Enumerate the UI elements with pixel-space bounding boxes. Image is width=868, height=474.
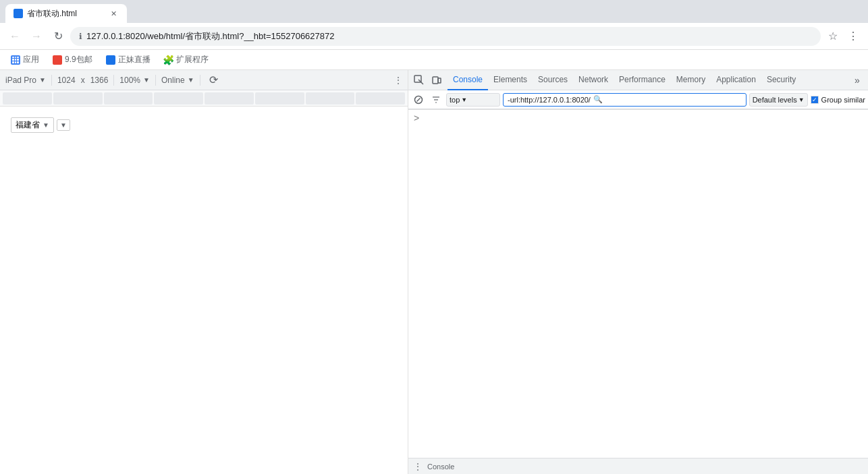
bookmark-mail[interactable]: 9.9包邮 xyxy=(47,53,98,67)
ruler-item-4 xyxy=(154,92,203,105)
chrome-menu-button[interactable]: ⋮ xyxy=(844,27,863,46)
more-tabs-button[interactable]: » xyxy=(849,72,865,88)
bookmark-apps-label: 应用 xyxy=(23,54,39,65)
bookmark-doc[interactable]: 正妹直播 xyxy=(101,53,156,67)
tab-bar: 省市联动.html ✕ xyxy=(0,0,868,23)
tab-console-label: Console xyxy=(453,75,483,84)
tab-security[interactable]: Security xyxy=(761,70,801,90)
bookmark-ext-label: 扩展程序 xyxy=(176,54,209,65)
device-height: 1366 xyxy=(90,76,109,85)
province-dropdown[interactable]: 福建省 ▼ xyxy=(11,117,54,133)
tab-memory-label: Memory xyxy=(676,75,705,84)
tab-ruler xyxy=(0,90,408,107)
context-selector[interactable]: top ▼ xyxy=(446,93,500,107)
context-value: top xyxy=(450,96,460,104)
mail-icon xyxy=(53,55,62,65)
tab-application[interactable]: Application xyxy=(711,70,761,90)
city-dropdown[interactable]: ▼ xyxy=(57,119,70,131)
bookmark-doc-label: 正妹直播 xyxy=(118,54,151,65)
prompt-arrow-icon: > xyxy=(414,113,419,123)
group-similar-label: Group similar xyxy=(821,96,865,104)
toolbar-separator-2 xyxy=(113,75,114,86)
device-network-label: Online xyxy=(161,76,185,85)
ruler-item-5 xyxy=(205,92,254,105)
main-area: iPad Pro ▼ 1024 x 1366 100% ▼ Online ▼ xyxy=(0,70,868,474)
console-filter-input[interactable]: -url:http://127.0.0.1:8020/ 🔍 xyxy=(503,93,747,107)
device-x-label: x xyxy=(81,76,85,85)
device-network-selector[interactable]: Online ▼ xyxy=(161,76,194,85)
bottom-dots-button[interactable]: ⋮ xyxy=(414,462,422,471)
filter-search-icon: 🔍 xyxy=(593,95,603,104)
tab-sources-label: Sources xyxy=(538,75,568,84)
ruler-item-6 xyxy=(255,92,304,105)
bottom-console-label: Console xyxy=(427,463,454,471)
tab-elements[interactable]: Elements xyxy=(488,70,533,90)
tab-memory[interactable]: Memory xyxy=(671,70,711,90)
device-mode-button[interactable] xyxy=(429,72,445,88)
tab-application-label: Application xyxy=(716,75,756,84)
filter-value: -url:http://127.0.0.1:8020/ xyxy=(508,96,591,104)
devtools-left-icons xyxy=(411,72,445,88)
reload-button[interactable]: ↻ xyxy=(49,27,67,46)
doc-icon xyxy=(106,55,115,65)
devtools-more-tabs[interactable]: » xyxy=(849,72,865,88)
device-zoom-selector[interactable]: 100% ▼ xyxy=(119,76,150,85)
device-width: 1024 xyxy=(57,76,76,85)
tab-close-button[interactable]: ✕ xyxy=(108,8,119,19)
inspect-element-button[interactable] xyxy=(411,72,427,88)
address-bar[interactable]: ℹ 127.0.0.1:8020/web/html/省市联动.html?__hb… xyxy=(70,27,821,46)
ruler-item-8 xyxy=(356,92,405,105)
browser-window: 省市联动.html ✕ ← → ↻ ℹ 127.0.0.1:8020/web/h… xyxy=(0,0,868,474)
tab-network-label: Network xyxy=(578,75,608,84)
clear-console-button[interactable] xyxy=(411,92,426,107)
levels-selector[interactable]: Default levels ▼ xyxy=(749,93,808,107)
group-similar-option[interactable]: ✓ Group similar xyxy=(811,96,865,104)
svg-rect-3 xyxy=(438,78,441,83)
tab-elements-label: Elements xyxy=(493,75,527,84)
tab-network[interactable]: Network xyxy=(573,70,614,90)
device-zoom-label: 100% xyxy=(119,76,140,85)
ext-icon: 🧩 xyxy=(164,55,173,65)
ruler-item-1 xyxy=(3,92,52,105)
device-toolbar-more[interactable]: ⋮ xyxy=(394,76,402,85)
tab-sources[interactable]: Sources xyxy=(533,70,573,90)
browser-tab[interactable]: 省市联动.html ✕ xyxy=(5,4,127,23)
security-icon: ℹ xyxy=(79,32,82,41)
bookmark-button[interactable]: ☆ xyxy=(823,27,842,46)
apps-icon xyxy=(11,55,20,65)
group-similar-checkbox[interactable]: ✓ xyxy=(811,96,819,104)
province-select-group: 福建省 ▼ ▼ xyxy=(11,117,70,133)
context-chevron-icon: ▼ xyxy=(461,96,467,103)
filter-toggle-button[interactable] xyxy=(429,92,443,107)
device-name-selector[interactable]: iPad Pro ▼ xyxy=(5,76,46,85)
back-button[interactable]: ← xyxy=(5,27,24,46)
bookmark-mail-label: 9.9包邮 xyxy=(65,54,92,65)
device-name-label: iPad Pro xyxy=(5,76,36,85)
console-prompt-line[interactable]: > xyxy=(408,109,868,126)
levels-chevron-icon: ▼ xyxy=(798,96,805,103)
forward-button[interactable]: → xyxy=(27,27,46,46)
ruler-item-2 xyxy=(53,92,103,105)
tab-performance-label: Performance xyxy=(619,75,666,84)
bookmark-ext[interactable]: 🧩 扩展程序 xyxy=(159,53,214,67)
devtools-console-toolbar: top ▼ -url:http://127.0.0.1:8020/ 🔍 Defa… xyxy=(408,90,868,109)
network-chevron-icon: ▼ xyxy=(188,76,194,84)
navigation-bar: ← → ↻ ℹ 127.0.0.1:8020/web/html/省市联动.htm… xyxy=(0,23,868,50)
tab-title: 省市联动.html xyxy=(27,8,104,20)
svg-line-5 xyxy=(417,98,421,101)
bookmark-apps[interactable]: 应用 xyxy=(5,53,45,67)
tab-favicon xyxy=(13,9,23,18)
province-arrow-icon: ▼ xyxy=(43,121,49,129)
toolbar-separator-1 xyxy=(51,75,52,86)
toolbar-separator-4 xyxy=(200,75,200,86)
levels-value: Default levels xyxy=(753,96,797,104)
toolbar-separator-3 xyxy=(155,75,156,86)
rotate-button[interactable]: ⟳ xyxy=(206,72,222,88)
province-value: 福建省 xyxy=(16,119,40,131)
zoom-chevron-icon: ▼ xyxy=(143,76,150,84)
devtools-tab-bar: Console Elements Sources Network Perform… xyxy=(408,70,868,90)
tab-console[interactable]: Console xyxy=(447,70,488,90)
tab-performance[interactable]: Performance xyxy=(614,70,671,90)
device-chevron-icon: ▼ xyxy=(39,76,46,84)
device-toolbar: iPad Pro ▼ 1024 x 1366 100% ▼ Online ▼ xyxy=(0,70,408,90)
